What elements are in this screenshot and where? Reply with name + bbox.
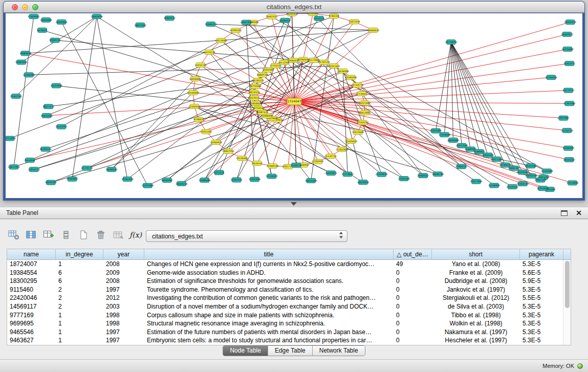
network-node[interactable]: 19781930 — [121, 177, 133, 182]
network-node[interactable]: 22079665 — [352, 130, 364, 135]
cell-title[interactable]: Genome-wide association studies in ADHD. — [144, 269, 394, 277]
network-canvas[interactable]: 1231941212419806235884952058747816753942… — [6, 13, 582, 198]
cell-in_degree[interactable]: 1 — [56, 311, 103, 320]
cell-pagerank[interactable]: 5.3E-5 — [520, 328, 563, 337]
network-node[interactable]: 17059942 — [28, 14, 39, 19]
new-column-button[interactable] — [41, 228, 56, 242]
network-node[interactable]: 12341826 — [249, 177, 260, 182]
cell-out_degree[interactable]: 0 — [394, 286, 432, 294]
network-node[interactable]: 21170843 — [342, 172, 354, 177]
network-node[interactable]: 14166588 — [23, 73, 35, 77]
network-node[interactable]: 19486484 — [199, 178, 210, 183]
tab-network-table[interactable]: Network Table — [312, 346, 365, 356]
network-node[interactable]: 14856865 — [189, 76, 201, 81]
network-node[interactable]: 9190032 — [193, 117, 204, 122]
cell-name[interactable]: 9115460 — [7, 286, 56, 294]
network-node[interactable]: 11814713 — [28, 167, 40, 172]
cell-title[interactable]: Estimation of the future numbers of pati… — [144, 328, 394, 337]
float-panel-icon[interactable] — [561, 210, 568, 216]
network-node[interactable]: 23519147 — [507, 184, 518, 189]
network-node[interactable]: 16753942 — [252, 106, 264, 111]
network-node[interactable]: 20587478 — [256, 110, 268, 115]
network-node[interactable]: 25207521 — [231, 178, 243, 182]
network-node[interactable]: 18785223 — [252, 78, 264, 83]
cell-title[interactable]: Corpus callosum shape and size in male p… — [144, 311, 394, 320]
cell-short[interactable]: Nakamura et al. (1997) — [432, 328, 520, 337]
column-header-short[interactable]: short — [432, 249, 520, 259]
cell-year[interactable]: 1997 — [103, 336, 144, 345]
network-node[interactable]: 18077577 — [42, 104, 54, 109]
network-node[interactable]: 16412895 — [359, 111, 371, 115]
network-node[interactable]: 18693205 — [45, 180, 57, 185]
cell-short[interactable]: Tibbo et al. (1998) — [432, 311, 520, 320]
network-node[interactable]: 22909247 — [417, 173, 429, 178]
network-node[interactable]: 22397586 — [563, 101, 575, 106]
table-row[interactable]: 2242004622012Investigating the contribut… — [7, 294, 563, 302]
network-node[interactable]: 10605068 — [40, 18, 52, 23]
network-node[interactable]: 23754322 — [266, 174, 277, 179]
cell-short[interactable]: Jankovic et al. (1997) — [432, 286, 520, 294]
panel-collapse-handle[interactable] — [291, 202, 297, 206]
cell-year[interactable]: 1998 — [103, 319, 144, 328]
network-node[interactable]: 9414950 — [25, 158, 35, 163]
network-node[interactable]: 21622870 — [325, 171, 337, 176]
cell-year[interactable]: 1997 — [103, 286, 144, 294]
show-columns-button[interactable] — [24, 228, 39, 242]
network-node[interactable]: 11935169 — [398, 177, 410, 181]
network-node[interactable]: 19156560 — [236, 156, 248, 161]
network-node[interactable]: 10020950 — [357, 180, 369, 185]
import-table-button[interactable] — [111, 228, 126, 242]
network-node[interactable]: 15858825 — [250, 101, 262, 106]
cell-out_degree[interactable]: 0 — [394, 311, 432, 320]
network-node[interactable]: 21394636 — [376, 172, 387, 177]
network-node[interactable]: 18874554 — [248, 90, 260, 95]
table-mode-button[interactable] — [6, 228, 21, 242]
network-node[interactable]: 14541953 — [55, 124, 67, 129]
network-node[interactable]: 19641568 — [534, 178, 546, 182]
table-row[interactable]: 1456911722003Disruption of a novel membe… — [7, 302, 563, 311]
network-node[interactable]: 19279580 — [215, 38, 227, 43]
cell-short[interactable]: de Silva et al. (2003) — [432, 302, 520, 311]
cell-short[interactable]: Stergiakouli et al. (2012) — [432, 294, 520, 302]
column-header-name[interactable]: name — [7, 249, 56, 259]
cell-name[interactable]: 19384554 — [7, 269, 56, 277]
network-node[interactable]: 13545869 — [187, 91, 199, 95]
network-node[interactable]: 11120759 — [561, 128, 573, 133]
cell-short[interactable]: Hescheler et al. (1997) — [432, 336, 520, 345]
column-header-title[interactable]: title — [144, 249, 394, 259]
column-header-pagerank[interactable]: pagerank — [520, 249, 563, 259]
network-window-titlebar[interactable]: citations_edges.txt — [4, 2, 584, 13]
network-graph[interactable]: 1231941212419806235884952058747816753942… — [6, 13, 582, 198]
cell-pagerank[interactable]: 5.6E-5 — [520, 269, 563, 277]
cell-out_degree[interactable]: 0 — [394, 269, 432, 277]
cell-name[interactable]: 18300295 — [7, 277, 56, 286]
cell-in_degree[interactable]: 1 — [56, 260, 103, 269]
table-row[interactable]: 1872400712008Changes of HCN gene express… — [7, 260, 563, 269]
cell-in_degree[interactable]: 2 — [56, 302, 103, 311]
network-node[interactable]: 23692196 — [526, 173, 537, 178]
network-node[interactable]: 9558378 — [291, 163, 301, 167]
network-node[interactable]: 10925320 — [482, 153, 494, 158]
network-node[interactable]: 24467617 — [266, 14, 277, 19]
network-node[interactable]: 24616508 — [40, 113, 52, 118]
network-node[interactable]: 18187906 — [525, 164, 536, 168]
network-node[interactable]: 26555347 — [563, 158, 575, 162]
cell-year[interactable]: 1997 — [103, 328, 144, 337]
table-row[interactable]: 977716911998Corpus callosum shape and si… — [7, 311, 563, 320]
table-row[interactable]: 911546021997Tourette syndrome. Phenomeno… — [7, 286, 563, 294]
network-node[interactable]: 12439028 — [345, 139, 357, 143]
network-node[interactable]: 21132726 — [324, 154, 336, 159]
network-node[interactable]: 13915307 — [200, 129, 212, 134]
cell-title[interactable]: Investigating the contribution of common… — [144, 294, 394, 302]
network-node[interactable]: 9271078 — [214, 170, 224, 175]
cell-out_degree[interactable]: 0 — [394, 319, 432, 328]
cell-year[interactable]: 2012 — [103, 294, 144, 302]
network-node[interactable]: 14270738 — [203, 50, 215, 54]
cell-name[interactable]: 22420046 — [7, 294, 56, 302]
cell-pagerank[interactable]: 5.3E-5 — [520, 286, 563, 294]
network-node[interactable]: 14047845 — [240, 20, 252, 25]
network-node[interactable]: 16696480 — [447, 138, 459, 142]
network-node[interactable]: 10059865 — [55, 19, 67, 24]
network-node[interactable]: 21339647 — [307, 13, 319, 16]
network-node[interactable]: 16847955 — [222, 149, 234, 154]
